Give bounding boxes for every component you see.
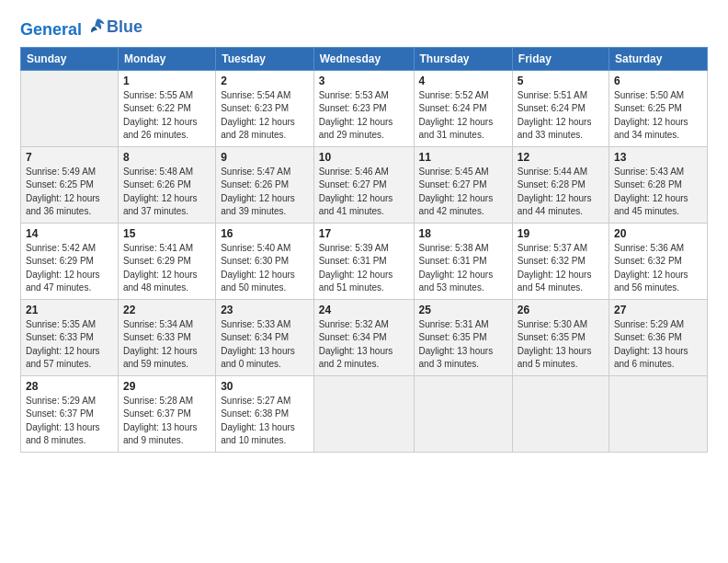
day-detail: Sunrise: 5:28 AM Sunset: 6:37 PM Dayligh… [123, 395, 210, 448]
weekday-header: Friday [512, 47, 609, 70]
calendar-day-cell [609, 375, 707, 452]
calendar-week-row: 28Sunrise: 5:29 AM Sunset: 6:37 PM Dayli… [21, 375, 708, 452]
calendar-day-cell: 28Sunrise: 5:29 AM Sunset: 6:37 PM Dayli… [21, 375, 119, 452]
calendar-header-row: SundayMondayTuesdayWednesdayThursdayFrid… [21, 47, 708, 70]
calendar-day-cell: 20Sunrise: 5:36 AM Sunset: 6:32 PM Dayli… [609, 223, 707, 299]
day-detail: Sunrise: 5:48 AM Sunset: 6:26 PM Dayligh… [123, 166, 210, 219]
page: General Blue SundayMondayTuesdayWednesda… [0, 0, 728, 462]
logo-bird-icon [88, 17, 107, 35]
calendar-day-cell: 5Sunrise: 5:51 AM Sunset: 6:24 PM Daylig… [512, 70, 609, 146]
calendar-day-cell: 10Sunrise: 5:46 AM Sunset: 6:27 PM Dayli… [313, 146, 414, 223]
day-number: 20 [614, 227, 702, 240]
calendar-week-row: 7Sunrise: 5:49 AM Sunset: 6:25 PM Daylig… [21, 146, 708, 223]
day-number: 7 [26, 151, 113, 164]
day-number: 8 [123, 151, 210, 164]
day-detail: Sunrise: 5:41 AM Sunset: 6:29 PM Dayligh… [123, 242, 210, 295]
day-number: 25 [419, 304, 507, 316]
calendar-day-cell: 4Sunrise: 5:52 AM Sunset: 6:24 PM Daylig… [414, 70, 512, 146]
day-detail: Sunrise: 5:47 AM Sunset: 6:26 PM Dayligh… [221, 166, 309, 219]
calendar-day-cell: 26Sunrise: 5:30 AM Sunset: 6:35 PM Dayli… [512, 299, 609, 375]
logo-text: General [20, 17, 107, 40]
calendar-day-cell: 24Sunrise: 5:32 AM Sunset: 6:34 PM Dayli… [313, 299, 414, 375]
day-detail: Sunrise: 5:55 AM Sunset: 6:22 PM Dayligh… [123, 89, 210, 143]
header: General Blue [20, 17, 708, 40]
day-detail: Sunrise: 5:37 AM Sunset: 6:32 PM Dayligh… [518, 242, 604, 295]
calendar-day-cell [512, 375, 609, 452]
calendar-day-cell: 19Sunrise: 5:37 AM Sunset: 6:32 PM Dayli… [512, 223, 609, 299]
calendar-day-cell: 21Sunrise: 5:35 AM Sunset: 6:33 PM Dayli… [21, 299, 119, 375]
day-detail: Sunrise: 5:29 AM Sunset: 6:36 PM Dayligh… [614, 318, 702, 372]
day-number: 6 [614, 75, 702, 87]
day-detail: Sunrise: 5:51 AM Sunset: 6:24 PM Dayligh… [518, 89, 604, 143]
day-number: 14 [26, 227, 113, 240]
calendar-body: 1Sunrise: 5:55 AM Sunset: 6:22 PM Daylig… [21, 70, 708, 452]
calendar-day-cell: 29Sunrise: 5:28 AM Sunset: 6:37 PM Dayli… [118, 375, 215, 452]
weekday-header: Monday [118, 47, 215, 70]
calendar-day-cell: 22Sunrise: 5:34 AM Sunset: 6:33 PM Dayli… [118, 299, 215, 375]
calendar-day-cell: 25Sunrise: 5:31 AM Sunset: 6:35 PM Dayli… [414, 299, 512, 375]
day-detail: Sunrise: 5:46 AM Sunset: 6:27 PM Dayligh… [319, 166, 409, 219]
day-number: 12 [518, 151, 604, 164]
day-detail: Sunrise: 5:40 AM Sunset: 6:30 PM Dayligh… [221, 242, 309, 295]
day-number: 4 [419, 75, 507, 87]
calendar-day-cell: 27Sunrise: 5:29 AM Sunset: 6:36 PM Dayli… [609, 299, 707, 375]
calendar-day-cell: 15Sunrise: 5:41 AM Sunset: 6:29 PM Dayli… [118, 223, 215, 299]
calendar-day-cell: 1Sunrise: 5:55 AM Sunset: 6:22 PM Daylig… [118, 70, 215, 146]
calendar-day-cell: 13Sunrise: 5:43 AM Sunset: 6:28 PM Dayli… [609, 146, 707, 223]
weekday-header: Sunday [21, 47, 119, 70]
day-number: 16 [221, 227, 309, 240]
day-number: 3 [319, 75, 409, 87]
day-number: 27 [614, 304, 702, 316]
calendar-day-cell: 30Sunrise: 5:27 AM Sunset: 6:38 PM Dayli… [216, 375, 314, 452]
day-detail: Sunrise: 5:53 AM Sunset: 6:23 PM Dayligh… [319, 89, 409, 143]
calendar-day-cell: 9Sunrise: 5:47 AM Sunset: 6:26 PM Daylig… [216, 146, 314, 223]
weekday-header: Wednesday [313, 47, 414, 70]
day-detail: Sunrise: 5:45 AM Sunset: 6:27 PM Dayligh… [419, 166, 507, 219]
day-number: 10 [319, 151, 409, 164]
calendar-week-row: 14Sunrise: 5:42 AM Sunset: 6:29 PM Dayli… [21, 223, 708, 299]
day-number: 22 [123, 304, 210, 316]
day-number: 29 [123, 380, 210, 393]
day-detail: Sunrise: 5:35 AM Sunset: 6:33 PM Dayligh… [26, 318, 113, 372]
day-detail: Sunrise: 5:30 AM Sunset: 6:35 PM Dayligh… [518, 318, 604, 372]
day-detail: Sunrise: 5:50 AM Sunset: 6:25 PM Dayligh… [614, 89, 702, 143]
day-number: 19 [518, 227, 604, 240]
calendar-day-cell: 2Sunrise: 5:54 AM Sunset: 6:23 PM Daylig… [216, 70, 314, 146]
day-number: 30 [221, 380, 309, 393]
calendar-day-cell: 3Sunrise: 5:53 AM Sunset: 6:23 PM Daylig… [313, 70, 414, 146]
day-detail: Sunrise: 5:31 AM Sunset: 6:35 PM Dayligh… [419, 318, 507, 372]
day-detail: Sunrise: 5:52 AM Sunset: 6:24 PM Dayligh… [419, 89, 507, 143]
day-detail: Sunrise: 5:44 AM Sunset: 6:28 PM Dayligh… [518, 166, 604, 219]
day-detail: Sunrise: 5:32 AM Sunset: 6:34 PM Dayligh… [319, 318, 409, 372]
calendar-table: SundayMondayTuesdayWednesdayThursdayFrid… [20, 47, 708, 453]
day-number: 28 [26, 380, 113, 393]
day-detail: Sunrise: 5:54 AM Sunset: 6:23 PM Dayligh… [221, 89, 309, 143]
day-detail: Sunrise: 5:42 AM Sunset: 6:29 PM Dayligh… [26, 242, 113, 295]
day-number: 11 [419, 151, 507, 164]
calendar-day-cell: 7Sunrise: 5:49 AM Sunset: 6:25 PM Daylig… [21, 146, 119, 223]
day-number: 18 [419, 227, 507, 240]
day-number: 23 [221, 304, 309, 316]
day-detail: Sunrise: 5:36 AM Sunset: 6:32 PM Dayligh… [614, 242, 702, 295]
day-detail: Sunrise: 5:27 AM Sunset: 6:38 PM Dayligh… [221, 395, 309, 448]
day-number: 1 [123, 75, 210, 87]
logo: General Blue [20, 17, 142, 40]
day-detail: Sunrise: 5:33 AM Sunset: 6:34 PM Dayligh… [221, 318, 309, 372]
day-number: 15 [123, 227, 210, 240]
calendar-day-cell: 14Sunrise: 5:42 AM Sunset: 6:29 PM Dayli… [21, 223, 119, 299]
weekday-header: Thursday [414, 47, 512, 70]
calendar-day-cell: 23Sunrise: 5:33 AM Sunset: 6:34 PM Dayli… [216, 299, 314, 375]
day-number: 26 [518, 304, 604, 316]
calendar-day-cell: 12Sunrise: 5:44 AM Sunset: 6:28 PM Dayli… [512, 146, 609, 223]
day-detail: Sunrise: 5:49 AM Sunset: 6:25 PM Dayligh… [26, 166, 113, 219]
day-number: 13 [614, 151, 702, 164]
day-detail: Sunrise: 5:38 AM Sunset: 6:31 PM Dayligh… [419, 242, 507, 295]
calendar-day-cell: 18Sunrise: 5:38 AM Sunset: 6:31 PM Dayli… [414, 223, 512, 299]
day-number: 21 [26, 304, 113, 316]
day-number: 5 [518, 75, 604, 87]
calendar-day-cell [313, 375, 414, 452]
calendar-day-cell: 11Sunrise: 5:45 AM Sunset: 6:27 PM Dayli… [414, 146, 512, 223]
day-detail: Sunrise: 5:29 AM Sunset: 6:37 PM Dayligh… [26, 395, 113, 448]
day-number: 9 [221, 151, 309, 164]
calendar-day-cell: 17Sunrise: 5:39 AM Sunset: 6:31 PM Dayli… [313, 223, 414, 299]
